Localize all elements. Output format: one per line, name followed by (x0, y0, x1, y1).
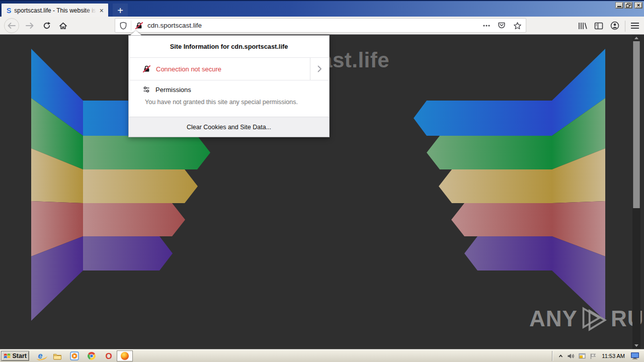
scrollbar-down-icon[interactable] (632, 342, 640, 349)
home-button[interactable] (55, 18, 70, 33)
windows-update-tray-icon[interactable] (579, 353, 586, 359)
quicklaunch-chrome[interactable] (87, 351, 96, 360)
monitor-icon (630, 352, 640, 360)
reload-button[interactable] (39, 18, 54, 33)
back-icon (7, 22, 17, 30)
menu-button[interactable] (629, 20, 641, 32)
pocket-icon[interactable] (498, 22, 506, 29)
restore-icon (626, 3, 631, 8)
page-actions-icon[interactable] (483, 25, 490, 27)
url-text[interactable]: cdn.sportscast.life (147, 22, 479, 29)
firefox-icon (120, 351, 129, 360)
taskbar-clock: 11:53 AM (602, 353, 625, 359)
popup-caret (130, 31, 141, 35)
update-window-icon (579, 353, 586, 359)
tracking-shield-icon[interactable] (119, 22, 127, 30)
site-info-popup: Site Information for cdn.sportscast.life… (128, 35, 330, 137)
reload-icon (43, 22, 51, 30)
quicklaunch-opera[interactable]: O (104, 351, 113, 360)
account-icon (610, 21, 619, 30)
insecure-lock-icon[interactable] (135, 22, 143, 30)
close-icon: × (637, 3, 640, 8)
urlbar-actions (483, 22, 522, 30)
taskbar: Start e (0, 349, 644, 362)
tab-title: sportscast.life - This website is fo (14, 7, 98, 14)
clear-cookies-button[interactable]: Clear Cookies and Site Data... (129, 117, 329, 137)
start-button[interactable]: Start (1, 351, 29, 361)
tray-separator (552, 351, 553, 361)
scrollbar-thumb[interactable] (633, 41, 640, 208)
url-bar[interactable]: cdn.sportscast.life (115, 18, 526, 33)
forward-button[interactable] (22, 18, 37, 33)
start-label: Start (13, 352, 27, 359)
navigation-toolbar: cdn.sportscast.life (0, 17, 644, 35)
back-button[interactable] (4, 18, 19, 33)
tab-close-icon[interactable]: × (98, 7, 105, 14)
popup-title: Site Information for cdn.sportscast.life (129, 36, 329, 58)
hamburger-icon (630, 22, 639, 29)
new-tab-button[interactable]: + (113, 4, 128, 18)
system-tray: 11:53 AM (552, 349, 644, 362)
close-button[interactable]: × (634, 2, 642, 9)
anyrun-logo-icon (581, 305, 608, 332)
minimize-icon (617, 6, 621, 7)
browser-titlebar: S sportscast.life - This website is fo ×… (0, 0, 644, 17)
connection-row[interactable]: Connection not secure (129, 58, 329, 80)
window-controls: × (615, 2, 642, 9)
flag-icon (590, 353, 596, 359)
permissions-section: Permissions You have not granted this si… (129, 80, 329, 117)
identity-separator (131, 21, 131, 31)
permissions-note: You have not granted this site any speci… (145, 99, 329, 106)
insecure-lock-icon (142, 65, 151, 73)
permissions-icon (142, 85, 150, 94)
display-tray-icon[interactable] (630, 352, 640, 360)
speaker-icon (567, 353, 575, 359)
connection-row-main[interactable]: Connection not secure (129, 58, 310, 80)
home-icon (59, 22, 67, 30)
toolbar-separator (625, 21, 625, 32)
quicklaunch-windows-explorer[interactable] (53, 351, 62, 360)
scrollbar-up-icon[interactable] (632, 35, 640, 41)
bookmark-star-icon[interactable] (513, 22, 522, 30)
quicklaunch-internet-explorer[interactable]: e (36, 351, 45, 360)
connection-expand-button[interactable] (310, 58, 329, 80)
browser-tab[interactable]: S sportscast.life - This website is fo × (2, 4, 108, 18)
quicklaunch-media-player[interactable] (70, 351, 79, 360)
chevron-right-icon (317, 65, 322, 72)
quicklaunch-firefox[interactable] (117, 350, 133, 361)
sidebar-toggle-button[interactable] (593, 20, 605, 32)
restore-button[interactable] (624, 2, 632, 9)
chrome-icon (87, 351, 96, 360)
page-scrollbar[interactable] (632, 35, 640, 349)
connection-status-label: Connection not secure (156, 65, 221, 73)
library-button[interactable] (577, 20, 589, 32)
permissions-label: Permissions (155, 86, 191, 94)
opera-icon: O (105, 352, 112, 360)
library-icon (578, 22, 588, 30)
sidebar-icon (594, 22, 603, 30)
account-button[interactable] (609, 20, 621, 32)
site-favicon: S (7, 7, 11, 15)
internet-explorer-icon: e (38, 352, 43, 360)
windows-logo-icon (4, 352, 11, 359)
desktop-screen: S sportscast.life - This website is fo ×… (0, 0, 644, 362)
hide-icons-button[interactable] (558, 354, 563, 358)
media-player-icon (70, 351, 79, 360)
network-flag-tray-icon[interactable] (590, 353, 596, 359)
anyrun-watermark: ANY RUN (529, 305, 644, 332)
forward-icon (25, 22, 35, 30)
minimize-button[interactable] (615, 2, 623, 9)
folder-icon (53, 352, 62, 360)
chevron-up-icon (558, 354, 563, 358)
volume-tray-icon[interactable] (567, 353, 575, 359)
watermark-text-any: ANY (529, 306, 578, 331)
